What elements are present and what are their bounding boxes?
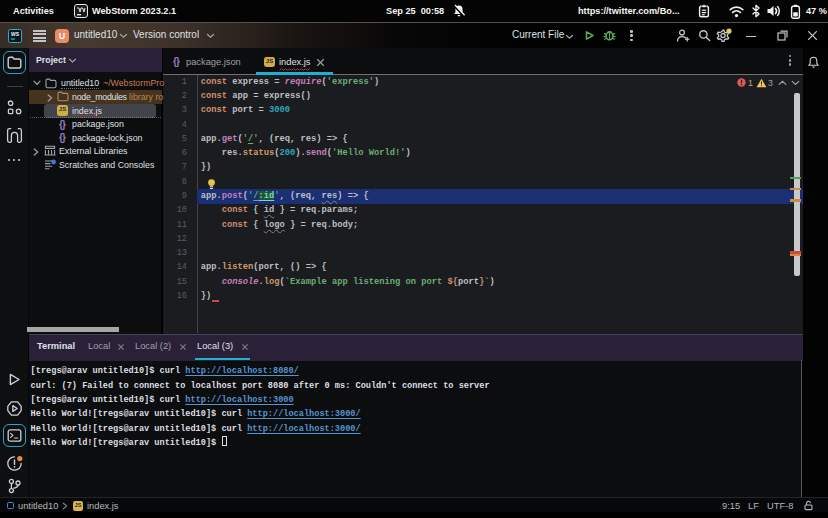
svg-text:WS: WS bbox=[11, 31, 20, 37]
